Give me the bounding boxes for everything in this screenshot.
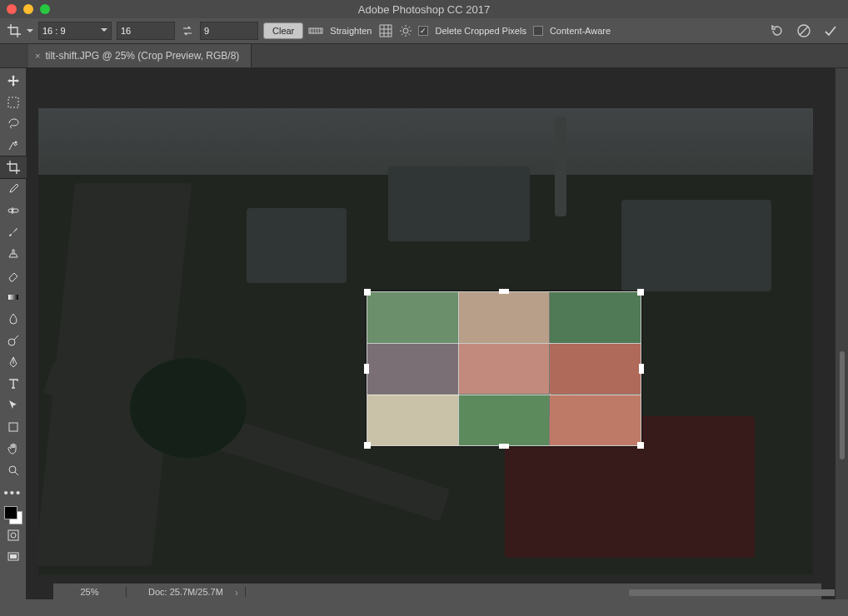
path-select-tool[interactable] [0,395,27,416]
straighten-icon[interactable] [308,23,323,38]
window-titlebar: Adobe Photoshop CC 2017 [0,0,848,18]
workspace: ••• [0,68,848,599]
clear-button[interactable]: Clear [263,22,303,39]
screen-mode-button[interactable] [0,546,27,568]
svg-rect-8 [9,423,17,431]
aspect-ratio-value: 16 : 9 [42,26,66,36]
document-tab-bar: × tilt-shift.JPG @ 25% (Crop Preview, RG… [0,44,848,68]
canvas-area[interactable]: 25% Doc: 25.7M/25.7M [27,68,835,599]
crop-handle-top-right[interactable] [637,289,644,296]
horizontal-scrollbar[interactable] [246,588,821,596]
swap-dimensions-button[interactable] [180,23,195,38]
eraser-tool[interactable] [0,265,27,286]
horizontal-scrollbar-thumb[interactable] [629,589,835,596]
crop-preview-image [367,292,641,445]
dodge-tool[interactable] [0,330,27,351]
shape-tool[interactable] [0,416,27,438]
close-tab-button[interactable]: × [35,51,40,61]
document-canvas[interactable] [38,108,813,574]
color-swatches[interactable] [4,506,22,524]
content-aware-label[interactable]: Content-Aware [550,26,611,36]
hand-tool[interactable] [0,438,27,460]
svg-rect-10 [8,530,18,540]
straighten-label[interactable]: Straighten [330,26,372,36]
blur-tool[interactable] [0,308,27,330]
svg-point-11 [11,533,16,538]
right-panel-collapsed[interactable] [835,68,848,599]
svg-rect-6 [8,295,18,300]
eyedropper-tool[interactable] [0,178,27,200]
document-info[interactable]: Doc: 25.7M/25.7M [127,587,246,597]
active-tool-indicator[interactable] [7,23,33,38]
crop-handle-bottom[interactable] [499,444,509,449]
move-tool[interactable] [0,70,27,92]
vertical-scrollbar-thumb[interactable] [840,351,845,460]
crop-height-input[interactable] [200,22,258,40]
toolbox: ••• [0,68,27,599]
marquee-tool[interactable] [0,92,27,113]
aspect-ratio-select[interactable]: 16 : 9 [38,22,112,40]
document-tab[interactable]: × tilt-shift.JPG @ 25% (Crop Preview, RG… [28,44,252,67]
crop-icon [7,23,22,38]
brush-tool[interactable] [0,221,27,243]
crop-selection[interactable] [367,291,641,446]
type-tool[interactable] [0,373,27,395]
options-bar: 16 : 9 Clear Straighten Delete Cropped P… [0,18,848,44]
crop-width-input[interactable] [117,22,175,40]
cancel-crop-button[interactable] [796,23,811,38]
crop-options-gear-button[interactable] [398,23,413,38]
commit-crop-button[interactable] [823,23,838,38]
reset-crop-button[interactable] [770,23,785,38]
overlay-grid-button[interactable] [378,23,393,38]
healing-brush-tool[interactable] [0,200,27,221]
crop-handle-left[interactable] [364,364,369,374]
pen-tool[interactable] [0,351,27,373]
clone-stamp-tool[interactable] [0,243,27,265]
foreground-color-swatch[interactable] [4,506,17,519]
svg-rect-3 [8,97,18,107]
chevron-down-icon [101,27,107,35]
crop-handle-bottom-left[interactable] [364,442,371,449]
svg-point-9 [9,466,16,473]
crop-handle-bottom-right[interactable] [637,442,644,449]
crop-handle-right[interactable] [639,364,644,374]
quick-select-tool[interactable] [0,135,27,156]
content-aware-checkbox[interactable] [533,26,543,36]
crop-handle-top-left[interactable] [364,289,371,296]
clear-button-label: Clear [272,26,294,36]
app-title: Adobe Photoshop CC 2017 [0,3,848,16]
gradient-tool[interactable] [0,286,27,308]
svg-point-4 [14,142,17,144]
zoom-level[interactable]: 25% [53,587,127,597]
crop-handle-top[interactable] [499,289,509,294]
lasso-tool[interactable] [0,113,27,135]
zoom-tool[interactable] [0,460,27,481]
crop-tool[interactable] [0,156,27,178]
svg-point-1 [403,28,408,33]
svg-point-7 [8,339,15,345]
status-bar: 25% Doc: 25.7M/25.7M [53,583,821,599]
chevron-down-icon [27,26,33,36]
delete-cropped-checkbox[interactable] [418,26,428,36]
svg-rect-13 [10,554,17,559]
quick-mask-button[interactable] [0,524,27,546]
edit-toolbar-button[interactable]: ••• [0,481,27,503]
document-tab-title: tilt-shift.JPG @ 25% (Crop Preview, RGB/… [45,50,239,62]
delete-cropped-label[interactable]: Delete Cropped Pixels [435,26,526,36]
